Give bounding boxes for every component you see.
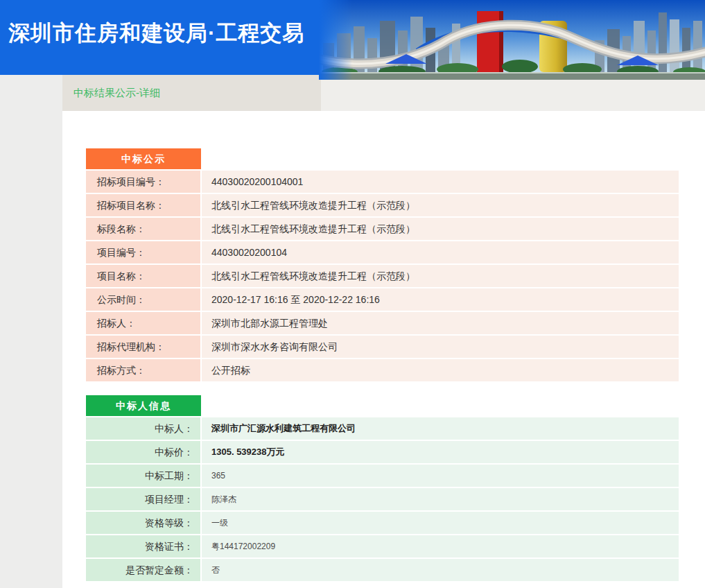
table-row: 项目经理：陈泽杰 xyxy=(86,488,679,510)
field-label: 招标项目编号： xyxy=(86,171,200,193)
field-value: 粤144172002209 xyxy=(202,535,679,557)
main-content: 中标公示 招标项目编号：44030020200104001招标项目名称：北线引水… xyxy=(62,111,705,588)
field-value: 2020-12-17 16:16 至 2020-12-22 16:16 xyxy=(202,288,679,311)
bid-announcement-section: 中标公示 招标项目编号：44030020200104001招标项目名称：北线引水… xyxy=(86,148,679,381)
field-label: 项目编号： xyxy=(86,241,200,263)
winner-info-section: 中标人信息 中标人：深圳市广汇源水利建筑工程有限公司中标价：1305. 5392… xyxy=(86,395,679,581)
field-value: 1305. 539238万元 xyxy=(202,441,679,463)
field-label: 公示时间： xyxy=(86,288,200,311)
field-value: 365 xyxy=(202,465,679,487)
table-row: 招标人：深圳市北部水源工程管理处 xyxy=(86,312,679,334)
table-row: 标段名称：北线引水工程管线环境改造提升工程（示范段） xyxy=(86,218,679,240)
table-row: 资格证书：粤144172002209 xyxy=(86,535,679,557)
field-label: 中标价： xyxy=(86,441,200,463)
table-row: 是否暂定金额：否 xyxy=(86,559,679,581)
field-value: 北线引水工程管线环境改造提升工程（示范段） xyxy=(202,194,679,216)
tab-bid-result-detail[interactable]: 中标结果公示-详细 xyxy=(62,75,321,111)
field-value: 44030020200104001 xyxy=(202,171,679,193)
winner-info-section-title: 中标人信息 xyxy=(86,395,201,416)
field-value: 否 xyxy=(202,559,679,581)
field-value: 深圳市广汇源水利建筑工程有限公司 xyxy=(202,417,679,440)
field-value: 深圳市北部水源工程管理处 xyxy=(202,312,679,334)
field-label: 项目经理： xyxy=(86,488,200,510)
field-label: 资格等级： xyxy=(86,512,200,534)
table-row: 项目编号：44030020200104 xyxy=(86,241,679,263)
field-label: 中标工期： xyxy=(86,465,200,487)
field-value: 陈泽杰 xyxy=(202,488,679,510)
site-title: 深圳市住房和建设局·工程交易 xyxy=(8,0,304,67)
table-row: 中标人：深圳市广汇源水利建筑工程有限公司 xyxy=(86,417,679,440)
field-label: 招标代理机构： xyxy=(86,336,200,358)
table-row: 招标项目编号：44030020200104001 xyxy=(86,171,679,193)
table-row: 公示时间：2020-12-17 16:16 至 2020-12-22 16:16 xyxy=(86,288,679,311)
bid-announcement-table: 招标项目编号：44030020200104001招标项目名称：北线引水工程管线环… xyxy=(86,171,679,381)
table-row: 中标工期：365 xyxy=(86,465,679,487)
field-label: 中标人： xyxy=(86,417,200,440)
page-left-margin xyxy=(0,75,62,588)
cityscape-banner-image xyxy=(319,0,705,80)
table-row: 招标方式：公开招标 xyxy=(86,359,679,381)
field-label: 招标人： xyxy=(86,312,200,334)
table-row: 项目名称：北线引水工程管线环境改造提升工程（示范段） xyxy=(86,265,679,287)
bid-announcement-section-title: 中标公示 xyxy=(86,148,201,169)
table-row: 招标项目名称：北线引水工程管线环境改造提升工程（示范段） xyxy=(86,194,679,216)
field-label: 招标方式： xyxy=(86,359,200,381)
table-row: 资格等级：一级 xyxy=(86,512,679,534)
field-value: 公开招标 xyxy=(202,359,679,381)
field-value: 北线引水工程管线环境改造提升工程（示范段） xyxy=(202,265,679,287)
field-value: 一级 xyxy=(202,512,679,534)
field-label: 标段名称： xyxy=(86,218,200,240)
breadcrumb-bar: 中标结果公示-详细 xyxy=(62,75,705,111)
winner-info-table: 中标人：深圳市广汇源水利建筑工程有限公司中标价：1305. 539238万元中标… xyxy=(86,417,679,581)
field-label: 资格证书： xyxy=(86,535,200,557)
field-value: 深圳市深水水务咨询有限公司 xyxy=(202,336,679,358)
field-label: 招标项目名称： xyxy=(86,194,200,216)
table-row: 中标价：1305. 539238万元 xyxy=(86,441,679,463)
field-label: 是否暂定金额： xyxy=(86,559,200,581)
field-value: 北线引水工程管线环境改造提升工程（示范段） xyxy=(202,218,679,240)
field-label: 项目名称： xyxy=(86,265,200,287)
field-value: 44030020200104 xyxy=(202,241,679,263)
table-row: 招标代理机构：深圳市深水水务咨询有限公司 xyxy=(86,336,679,358)
